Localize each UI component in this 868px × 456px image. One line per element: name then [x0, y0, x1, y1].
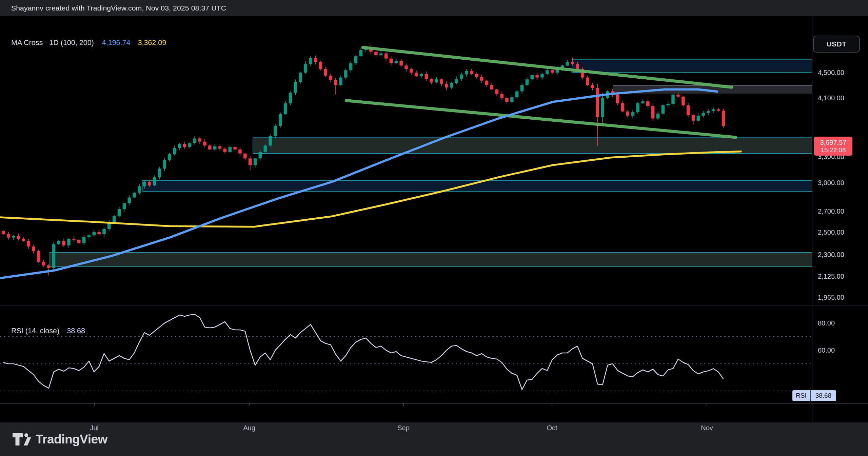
candle-body [390, 59, 393, 63]
candle-body [329, 76, 333, 80]
candle-body [229, 147, 232, 152]
candle-body [178, 144, 181, 148]
candle-body [425, 74, 428, 79]
candle-body [319, 62, 322, 69]
rsi-axis-label: 60.00 [818, 346, 835, 354]
candle-body [616, 95, 619, 103]
price-rsi-chart[interactable] [0, 16, 868, 422]
candle-body [208, 145, 212, 150]
candle-body [12, 236, 15, 238]
candle-body [546, 70, 549, 74]
price-axis-label: 2,700.00 [818, 207, 844, 215]
candle-body [591, 85, 594, 88]
candle-body [707, 111, 710, 113]
candle-body [455, 79, 458, 83]
tradingview-logo-icon [12, 433, 31, 446]
time-axis-label: Sep [390, 424, 417, 432]
candle-body [203, 142, 206, 146]
candle-body [722, 111, 725, 126]
price-axis-label: 3,000.00 [818, 179, 844, 187]
candle-body [158, 168, 161, 177]
candle-body [440, 79, 443, 84]
currency-toggle-label: USDT [826, 40, 846, 48]
candle-body [22, 239, 25, 241]
candle-body [656, 114, 660, 119]
rsi-legend[interactable]: RSI (14, close) 38.68 [11, 327, 85, 335]
currency-toggle-button[interactable]: USDT [813, 36, 860, 53]
candle-body [601, 98, 604, 117]
tradingview-logo[interactable]: TradingView [12, 432, 107, 447]
candle-body [2, 231, 5, 234]
time-axis-label: Aug [236, 424, 263, 432]
candle-body [67, 239, 71, 245]
candle-body [269, 136, 272, 145]
candle-body [324, 69, 328, 76]
candle-body [621, 103, 625, 112]
candle-body [37, 251, 40, 262]
candle-body [77, 240, 81, 243]
candle-body [636, 103, 639, 112]
candlestick-series [2, 45, 725, 275]
time-axis-label: Jul [81, 424, 108, 432]
candle-body [87, 235, 91, 237]
candle-body [631, 112, 635, 116]
candle-body [17, 236, 20, 239]
footer-bar: TradingView [0, 422, 868, 456]
candle-body [415, 73, 418, 76]
ma200-value: 3,362.09 [138, 39, 166, 47]
candle-body [309, 58, 312, 64]
candle-body [410, 69, 413, 73]
rsi-badge-label: RSI [792, 390, 811, 401]
candle-body [7, 234, 10, 238]
candle-body [314, 58, 317, 62]
candle-body [430, 79, 433, 82]
candle-body [72, 239, 76, 240]
time-axis-label: Nov [693, 424, 721, 432]
candle-body [263, 145, 267, 152]
candle-body [113, 216, 116, 222]
candle-body [480, 77, 484, 81]
candle-body [490, 85, 494, 90]
candle-body [687, 105, 690, 115]
last-price-value: 3,697.57 [820, 138, 847, 146]
candle-body [279, 114, 282, 126]
price-axis-label: 4,500.00 [818, 69, 844, 77]
candle-body [254, 158, 257, 165]
candle-body [168, 154, 171, 160]
candle-body [520, 85, 524, 92]
candle-body [57, 241, 61, 244]
candle-body [223, 149, 227, 152]
candle-body [671, 95, 675, 104]
candle-body [450, 83, 453, 87]
price-axis-label: 1,965.00 [818, 294, 844, 301]
chart-area[interactable]: MA Cross · 1D (100, 200) 4,196.74 3,362.… [0, 16, 868, 422]
candle-body [526, 79, 529, 85]
candle-body [198, 139, 201, 142]
candle-body [651, 106, 655, 119]
candle-body [153, 177, 156, 185]
candle-body [374, 52, 378, 55]
rsi-pane [0, 314, 812, 391]
resistance-zone-4600 [572, 60, 812, 73]
price-axis-label: 2,300.00 [818, 251, 844, 259]
candle-body [82, 237, 86, 243]
candle-body [531, 75, 534, 79]
candle-body [435, 79, 438, 82]
candle-body [173, 148, 176, 154]
rsi-badge-value: 38.68 [811, 390, 836, 401]
candle-body [566, 62, 569, 65]
rsi-legend-value: 38.68 [67, 327, 85, 335]
candle-body [213, 146, 217, 150]
candle-body [470, 71, 473, 74]
candle-body [596, 88, 599, 117]
indicator-legend[interactable]: MA Cross · 1D (100, 200) 4,196.74 3,362.… [11, 39, 166, 47]
candle-body [238, 150, 242, 154]
candle-body [646, 101, 650, 106]
last-price-badge: 3,697.57 15:22:08 [814, 137, 852, 156]
support-zone-2300 [50, 252, 812, 266]
candle-body [495, 90, 499, 94]
candle-body [148, 182, 151, 185]
candle-body [143, 182, 146, 186]
candle-body [571, 62, 574, 64]
candle-body [93, 232, 96, 236]
